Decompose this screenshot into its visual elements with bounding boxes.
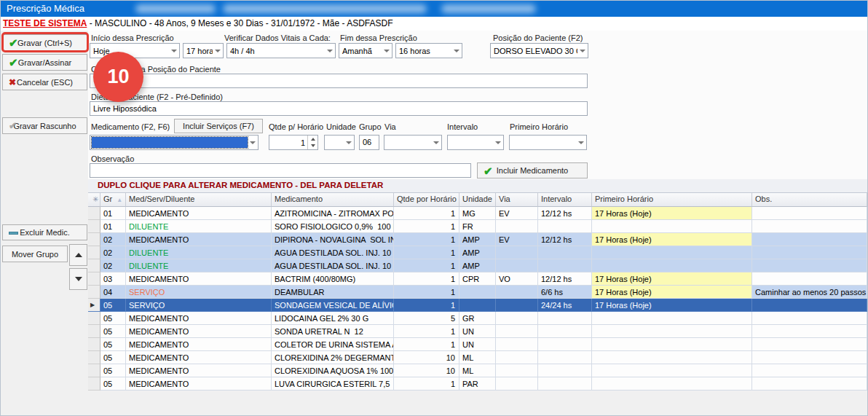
cell-gr: 05 (100, 351, 126, 364)
cancel-button[interactable]: ✖ Cancelar (ESC) (2, 74, 87, 90)
table-row[interactable]: ▶05SERVIÇOSONDAGEM VESICAL DE ALÍVIO124/… (88, 299, 867, 312)
chevron-down-icon (382, 50, 392, 52)
incluir-medicamento-button[interactable]: ✔ Incluir Medicamento (477, 162, 588, 178)
table-row[interactable]: 02DILUENTEAGUA DESTILADA SOL. INJ. 10 ML… (88, 246, 867, 259)
column-header-obs[interactable]: Obs. (752, 193, 867, 207)
obs-posicao-input[interactable] (90, 74, 588, 88)
cell-obs (752, 338, 867, 351)
column-header-unidade[interactable]: Unidade (459, 193, 496, 207)
move-group-up-button[interactable] (69, 244, 87, 266)
column-header-gr[interactable]: Gr▲ (100, 193, 126, 207)
table-row[interactable]: 02DILUENTEAGUA DESTILADA SOL. INJ. 10 ML… (88, 259, 867, 272)
table-row[interactable]: 02MEDICAMENTODIPIRONA - NOVALGINA SOL IN… (88, 233, 867, 246)
save-sign-button[interactable]: ✔ Gravar/Assinar (2, 54, 87, 71)
cell-indicator (88, 259, 100, 272)
cell-tipo: DILUENTE (126, 259, 272, 272)
table-row[interactable]: 05MEDICAMENTOCLOREXIDINA 2% DEGERMANTE10… (88, 351, 867, 364)
cell-via (496, 299, 538, 312)
move-group-down-button[interactable] (69, 268, 87, 290)
spin-down-icon[interactable] (308, 143, 317, 150)
cell-unidade (459, 299, 496, 312)
observacao-input[interactable] (90, 163, 471, 178)
qtde-value: 1 (269, 136, 307, 149)
chevron-down-icon (325, 50, 335, 52)
inicio-time-value: 17 horas (184, 47, 213, 55)
medicamento-select[interactable] (90, 135, 259, 150)
cell-gr: 05 (100, 377, 126, 391)
table-row[interactable]: 05MEDICAMENTOCOLETOR DE URINA SISTEMA AB… (88, 338, 867, 351)
cell-gr: 04 (100, 286, 126, 299)
cell-intervalo (538, 377, 592, 391)
grupo-input[interactable]: 06 (359, 135, 379, 150)
cell-indicator (88, 312, 100, 325)
table-row[interactable]: 05MEDICAMENTOCLOREXIDINA AQUOSA 1% 100ML… (88, 364, 867, 377)
table-row[interactable]: 05MEDICAMENTOSONDA URETRAL N 121UN (88, 325, 867, 338)
save-button[interactable]: ✔ Gravar (Ctrl+S) (2, 34, 87, 51)
delete-med-button[interactable]: Excluir Medic. (2, 224, 87, 240)
via-label: Via (384, 122, 396, 131)
vitais-select[interactable]: 4h / 4h (226, 43, 336, 58)
cell-medicamento: CLOREXIDINA AQUOSA 1% 100ML (272, 364, 394, 377)
cell-intervalo (538, 325, 592, 338)
cell-medicamento: AGUA DESTILADA SOL. INJ. 10 ML (272, 246, 394, 259)
table-row[interactable]: 05MEDICAMENTOLUVA CIRURGICA ESTERIL 7,51… (88, 377, 867, 391)
cell-primeiro-horario (592, 246, 752, 259)
fim-day-select[interactable]: Amanhã (339, 43, 392, 58)
table-row[interactable]: 01DILUENTESORO FISIOLOGICO 0,9% 100 ML1F… (88, 220, 867, 233)
table-row[interactable]: 03MEDICAMENTOBACTRIM (400/80MG)1CPRVO12/… (88, 272, 867, 286)
intervalo-select[interactable] (447, 135, 504, 150)
fim-day-value: Amanhã (339, 47, 382, 55)
cell-tipo: MEDICAMENTO (126, 325, 272, 338)
titlebar-blurred-text (223, 4, 427, 13)
cell-primeiro-horario: 17 Horas (Hoje) (592, 233, 752, 246)
cell-primeiro-horario: 17 Horas (Hoje) (592, 286, 752, 299)
table-row[interactable]: 05MEDICAMENTOLIDOCAINA GEL 2% 30 G5GR (88, 312, 867, 325)
cell-gr: 05 (100, 338, 126, 351)
cell-qtde: 1 (394, 207, 459, 220)
cell-qtde: 5 (394, 312, 459, 325)
column-header-intervalo[interactable]: Intervalo (538, 193, 592, 207)
table-row[interactable]: 01MEDICAMENTOAZITROMICINA - ZITROMAX PO … (88, 207, 867, 220)
column-header-primeiro-horario[interactable]: Primeiro Horário (592, 193, 752, 207)
column-header-qtde[interactable]: Qtde por Horário (394, 193, 459, 207)
fim-time-select[interactable]: 16 horas (395, 43, 462, 58)
cell-indicator: ▶ (88, 299, 100, 312)
check-icon: ✔ (9, 57, 18, 68)
cell-intervalo: 12/12 hs (538, 272, 592, 286)
cell-intervalo: 6/6 hs (538, 286, 592, 299)
cell-qtde: 1 (394, 246, 459, 259)
intervalo-label: Intervalo (447, 122, 478, 131)
cell-via (496, 259, 538, 272)
cell-unidade: MG (459, 207, 496, 220)
arrow-up-icon (75, 253, 82, 257)
save-draft-button[interactable]: ✔ Gravar Rascunho (2, 117, 87, 134)
cell-unidade: ML (459, 364, 496, 377)
cell-tipo: MEDICAMENTO (126, 351, 272, 364)
column-header-medicamento[interactable]: Medicamento (272, 193, 394, 207)
dieta-input[interactable]: Livre Hipossódica (90, 101, 588, 116)
move-group-button[interactable]: Mover Grupo (2, 246, 68, 262)
posicao-label: Posição do Paciente (F2) (493, 34, 583, 42)
primeiro-horario-select[interactable] (509, 135, 587, 150)
grid-corner-cell[interactable]: ✳ (88, 193, 100, 207)
incluir-servicos-label: Incluir Serviços (F7) (183, 122, 254, 130)
cell-indicator (88, 377, 100, 391)
posicao-select[interactable]: DORSO ELEVADO 30 G (490, 43, 588, 58)
cell-tipo: MEDICAMENTO (126, 364, 272, 377)
cell-indicator (88, 338, 100, 351)
spin-up-icon[interactable] (308, 136, 317, 143)
column-header-tipo[interactable]: Med/Serv/Diluente (126, 193, 272, 207)
column-header-via[interactable]: Via (496, 193, 538, 207)
incluir-servicos-button[interactable]: Incluir Serviços (F7) (174, 119, 263, 133)
cell-unidade: FR (459, 220, 496, 233)
window-title: Prescrição Médica (7, 3, 84, 14)
chevron-down-icon (576, 141, 586, 144)
cell-obs (752, 259, 867, 272)
inicio-time-select[interactable]: 17 horas (183, 43, 224, 58)
unidade-select[interactable] (324, 135, 355, 150)
cell-intervalo (538, 246, 592, 259)
via-select[interactable] (384, 135, 442, 150)
cell-primeiro-horario (592, 325, 752, 338)
qtde-stepper[interactable]: 1 (269, 135, 318, 150)
table-row[interactable]: 04SERVIÇODEAMBULAR16/6 hs17 Horas (Hoje)… (88, 286, 867, 299)
